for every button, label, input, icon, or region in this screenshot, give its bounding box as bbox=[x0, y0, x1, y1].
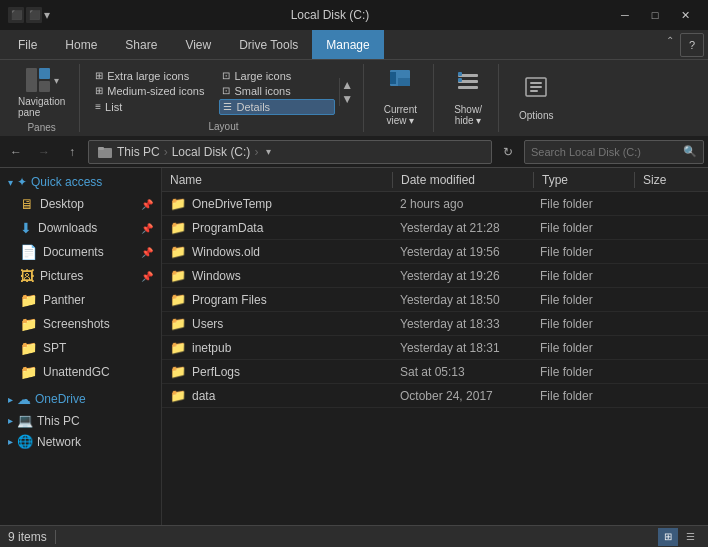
qa-icon-2[interactable]: ⬛ bbox=[26, 7, 42, 23]
table-row[interactable]: 📁 Program Files Yesterday at 18:50 File … bbox=[162, 288, 708, 312]
svg-rect-0 bbox=[26, 68, 37, 92]
onedrive-header[interactable]: ▸ ☁ OneDrive bbox=[0, 388, 161, 410]
tab-view[interactable]: View bbox=[171, 30, 225, 59]
unattendgc-folder-icon: 📁 bbox=[20, 364, 37, 380]
col-header-size[interactable]: Size bbox=[635, 168, 708, 191]
col-header-date[interactable]: Date modified bbox=[393, 168, 533, 191]
tab-home[interactable]: Home bbox=[51, 30, 111, 59]
up-button[interactable]: ↑ bbox=[60, 140, 84, 164]
list-view-button[interactable]: ☰ bbox=[680, 528, 700, 546]
current-view-label: Currentview ▾ bbox=[384, 104, 417, 126]
list-icon: ≡ bbox=[95, 101, 101, 112]
extra-large-icons-option[interactable]: ⊞ Extra large icons bbox=[92, 69, 207, 83]
maximize-button[interactable]: □ bbox=[640, 0, 670, 30]
file-name-cell: 📁 PerfLogs bbox=[162, 360, 392, 383]
nav-pane-icon-area: ▾ bbox=[24, 66, 59, 94]
search-box[interactable]: 🔍 bbox=[524, 140, 704, 164]
options-icon bbox=[524, 74, 548, 108]
file-type-cell: File folder bbox=[532, 264, 632, 287]
file-folder-icon: 📁 bbox=[170, 196, 186, 211]
file-name-cell: 📁 Users bbox=[162, 312, 392, 335]
show-hide-content: Show/hide ▾ bbox=[446, 64, 490, 130]
quick-access-header[interactable]: ▾ ✦ Quick access bbox=[0, 172, 161, 192]
this-pc-header[interactable]: ▸ 💻 This PC bbox=[0, 410, 161, 431]
small-icons-option[interactable]: ⊡ Small icons bbox=[219, 84, 334, 98]
medium-icons-option[interactable]: ⊞ Medium-sized icons bbox=[92, 84, 207, 98]
help-button[interactable]: ? bbox=[680, 33, 704, 57]
sidebar-item-panther[interactable]: 📁 Panther bbox=[0, 288, 161, 312]
file-name: Windows bbox=[192, 269, 241, 283]
layout-scroll-button[interactable]: ▲▼ bbox=[339, 78, 355, 106]
file-size-cell bbox=[632, 312, 708, 335]
large-icons-option[interactable]: ⊡ Large icons bbox=[219, 69, 334, 83]
table-row[interactable]: 📁 data October 24, 2017 File folder bbox=[162, 384, 708, 408]
current-view-button[interactable]: Currentview ▾ bbox=[376, 64, 425, 130]
table-row[interactable]: 📁 PerfLogs Sat at 05:13 File folder bbox=[162, 360, 708, 384]
screenshots-label: Screenshots bbox=[43, 317, 110, 331]
navigation-pane-button[interactable]: ▾ Navigationpane bbox=[12, 64, 71, 120]
tab-manage[interactable]: Manage bbox=[312, 30, 383, 59]
large-label: Large icons bbox=[234, 70, 291, 82]
list-option[interactable]: ≡ List bbox=[92, 99, 207, 115]
forward-button[interactable]: → bbox=[32, 140, 56, 164]
ribbon-content: ▾ Navigationpane Panes ⊞ Extra large ico… bbox=[0, 60, 708, 136]
file-date-cell: Yesterday at 19:26 bbox=[392, 264, 532, 287]
tab-share[interactable]: Share bbox=[111, 30, 171, 59]
refresh-button[interactable]: ↻ bbox=[496, 140, 520, 164]
panes-group-content: ▾ Navigationpane bbox=[12, 64, 71, 120]
details-option[interactable]: ☰ Details bbox=[219, 99, 334, 115]
large-icon: ⊡ bbox=[222, 70, 230, 81]
minimize-button[interactable]: ─ bbox=[610, 0, 640, 30]
show-hide-icon bbox=[456, 68, 480, 102]
sidebar-item-documents[interactable]: 📄 Documents 📌 bbox=[0, 240, 161, 264]
table-row[interactable]: 📁 ProgramData Yesterday at 21:28 File fo… bbox=[162, 216, 708, 240]
col-header-name[interactable]: Name bbox=[162, 168, 392, 191]
sidebar-item-unattendgc[interactable]: 📁 UnattendGC bbox=[0, 360, 161, 384]
grid-view-button[interactable]: ⊞ bbox=[658, 528, 678, 546]
table-row[interactable]: 📁 Windows Yesterday at 19:26 File folder bbox=[162, 264, 708, 288]
collapse-ribbon-icon[interactable]: ⌃ bbox=[662, 33, 678, 49]
sidebar-item-downloads[interactable]: ⬇ Downloads 📌 bbox=[0, 216, 161, 240]
address-path[interactable]: This PC › Local Disk (C:) › ▾ bbox=[88, 140, 492, 164]
table-row[interactable]: 📁 Users Yesterday at 18:33 File folder bbox=[162, 312, 708, 336]
file-date-cell: Yesterday at 19:56 bbox=[392, 240, 532, 263]
file-type-cell: File folder bbox=[532, 360, 632, 383]
options-content: Options bbox=[511, 64, 561, 130]
table-row[interactable]: 📁 inetpub Yesterday at 18:31 File folder bbox=[162, 336, 708, 360]
medium-icon: ⊞ bbox=[95, 85, 103, 96]
sidebar-item-desktop[interactable]: 🖥 Desktop 📌 bbox=[0, 192, 161, 216]
show-hide-button[interactable]: Show/hide ▾ bbox=[446, 64, 490, 130]
file-folder-icon: 📁 bbox=[170, 244, 186, 259]
table-row[interactable]: 📁 OneDriveTemp 2 hours ago File folder bbox=[162, 192, 708, 216]
col-header-type[interactable]: Type bbox=[534, 168, 634, 191]
file-name: PerfLogs bbox=[192, 365, 240, 379]
table-row[interactable]: 📁 Windows.old Yesterday at 19:56 File fo… bbox=[162, 240, 708, 264]
file-type-cell: File folder bbox=[532, 312, 632, 335]
sidebar-item-spt[interactable]: 📁 SPT bbox=[0, 336, 161, 360]
network-header[interactable]: ▸ 🌐 Network bbox=[0, 431, 161, 452]
path-this-pc[interactable]: This PC bbox=[117, 145, 160, 159]
sidebar-item-screenshots[interactable]: 📁 Screenshots bbox=[0, 312, 161, 336]
quick-access-label: Quick access bbox=[31, 175, 102, 189]
file-name: inetpub bbox=[192, 341, 231, 355]
path-dropdown-button[interactable]: ▾ bbox=[266, 146, 271, 157]
path-local-disk[interactable]: Local Disk (C:) bbox=[172, 145, 251, 159]
tab-file[interactable]: File bbox=[4, 30, 51, 59]
search-input[interactable] bbox=[531, 146, 679, 158]
qa-icon-1[interactable]: ⬛ bbox=[8, 7, 24, 23]
close-button[interactable]: ✕ bbox=[670, 0, 700, 30]
file-name-cell: 📁 data bbox=[162, 384, 392, 407]
tab-drive-tools[interactable]: Drive Tools bbox=[225, 30, 312, 59]
options-button[interactable]: Options bbox=[511, 70, 561, 125]
item-count: 9 items bbox=[8, 530, 47, 544]
sidebar: ▾ ✦ Quick access 🖥 Desktop 📌 ⬇ Downloads… bbox=[0, 168, 162, 525]
back-button[interactable]: ← bbox=[4, 140, 28, 164]
file-folder-icon: 📁 bbox=[170, 340, 186, 355]
sidebar-item-pictures[interactable]: 🖼 Pictures 📌 bbox=[0, 264, 161, 288]
svg-rect-10 bbox=[458, 78, 462, 82]
view-options-grid: ⊞ Extra large icons ⊡ Large icons ⊞ Medi… bbox=[92, 69, 334, 115]
path-sep-1: › bbox=[164, 145, 168, 159]
title-bar-left: ⬛ ⬛ ▾ bbox=[8, 7, 50, 23]
window-title: Local Disk (C:) bbox=[50, 8, 610, 22]
file-name: Windows.old bbox=[192, 245, 260, 259]
